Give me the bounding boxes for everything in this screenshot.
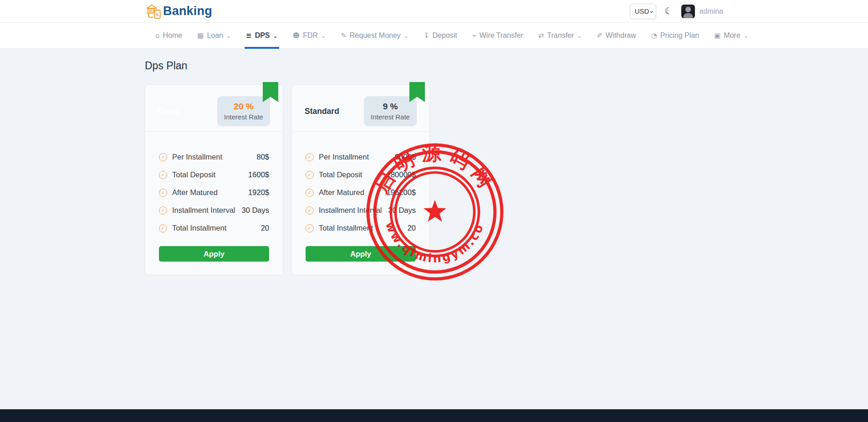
chevron-down-icon: ⌄ [577,33,582,39]
plan-feature-row: ✓ Per Installment 80$ [159,153,269,161]
nav-label: Request Money [350,31,401,40]
interest-rate-label: Interest Rate [224,113,263,121]
fdr-icon: ☻ [293,32,300,39]
interest-rate-badge: 20 % Interest Rate [217,96,270,126]
nav-item-home[interactable]: ⌂ Home [154,23,184,48]
feature-label: Per Installment [319,153,369,161]
feature-value: 80$ [256,153,269,161]
apply-button[interactable]: Apply [159,246,269,262]
avatar[interactable] [681,5,695,18]
chevron-down-icon: ⌄ [273,33,278,39]
nav-label: FDR [303,31,318,40]
main-nav: ⌂ Home ▦ Loan ⌄ ≡ DPS ⌄ ☻ FDR ⌄ ✎ Reques… [0,23,868,49]
nav-label: Transfer [547,31,574,40]
currency-value: USD [635,7,649,15]
main-content: Dps Plan Basic 20 % Interest Rate ✓ Per … [145,49,723,275]
chevron-down-icon: ⌄ [226,33,231,39]
dps-icon: ≡ [246,32,252,39]
feature-label: After Matured [319,188,364,197]
nav-label: Pricing Plan [660,31,699,40]
apply-button[interactable]: Apply [306,246,416,262]
withdraw-icon: ✐ [597,32,602,39]
check-circle-icon: ✓ [159,153,167,161]
plan-name: Basic [158,107,179,116]
loan-icon: ▦ [197,32,204,39]
plan-feature-row: ✓ Total Installment 20 [306,224,416,232]
footer-bar [0,409,868,422]
interest-rate-value: 9 % [383,102,398,112]
feature-label: Total Deposit [172,170,215,179]
nav-item-deposit[interactable]: ↧ Deposit [422,23,459,48]
check-circle-icon: ✓ [306,189,314,197]
interest-rate-value: 20 % [234,102,253,112]
top-header: $ Banking USD ⌄ ☾ admina [0,0,868,23]
check-circle-icon: ✓ [159,189,167,197]
plan-feature-row: ✓ Total Installment 20 [159,224,269,232]
user-menu[interactable]: admina [681,5,723,18]
feature-label: Total Installment [172,224,226,232]
nav-item-transfer[interactable]: ⇄ Transfer ⌄ [537,23,583,48]
feature-value: 20 [261,224,269,232]
nav-label: Loan [207,31,223,40]
feature-value: 20 [408,224,416,232]
plan-card-standard: Standard 9 % Interest Rate ✓ Per Install… [291,84,430,275]
feature-label: Total Deposit [319,170,362,179]
pricing-plan-icon: ◔ [651,32,657,39]
username: admina [700,7,723,15]
nav-item-loan[interactable]: ▦ Loan ⌄ [196,23,232,48]
plan-card-basic: Basic 20 % Interest Rate ✓ Per Installme… [145,84,283,275]
feature-value: 1600$ [248,170,269,179]
chevron-down-icon: ⌄ [321,33,326,39]
check-circle-icon: ✓ [306,153,314,161]
feature-value: 1920$ [248,188,269,197]
chevron-down-icon: ⌄ [744,33,748,39]
wire-transfer-icon: ⌁ [472,32,476,39]
nav-item-pricing-plan[interactable]: ◔ Pricing Plan [650,23,700,48]
check-circle-icon: ✓ [306,224,314,232]
check-circle-icon: ✓ [159,206,167,215]
check-circle-icon: ✓ [159,224,167,232]
nav-item-withdraw[interactable]: ✐ Withdraw [595,23,637,48]
feature-label: Installment Interval [172,206,235,215]
feature-label: After Matured [172,188,218,197]
nav-item-wire-transfer[interactable]: ⌁ Wire Transfer [471,23,525,48]
request-money-icon: ✎ [341,32,347,39]
bank-logo-icon: $ [145,3,162,20]
check-circle-icon: ✓ [159,171,167,179]
plan-feature-row: ✓ Installment Interval 30 Days [306,206,416,215]
interest-rate-badge: 9 % Interest Rate [364,96,417,126]
plan-feature-row: ✓ Installment Interval 30 Days [159,206,269,215]
nav-label: More [724,31,740,40]
nav-label: Home [163,31,183,40]
feature-value: 196200$ [387,188,416,197]
feature-value: 9000$ [395,153,416,161]
currency-select[interactable]: USD ⌄ [630,4,656,19]
plan-feature-row: ✓ After Matured 1920$ [159,188,269,197]
nav-item-more[interactable]: ▣ More ⌄ [713,23,750,48]
plan-name: Standard [305,107,339,116]
check-circle-icon: ✓ [306,206,314,215]
brand-logo[interactable]: $ Banking [145,3,212,20]
feature-value: 30 Days [241,206,269,215]
interest-rate-label: Interest Rate [371,113,410,121]
plan-feature-row: ✓ Total Deposit 1600$ [159,170,269,179]
nav-item-request-money[interactable]: ✎ Request Money ⌄ [339,23,410,48]
plan-feature-row: ✓ Total Deposit 180000$ [306,170,416,179]
nav-label: DPS [255,31,270,40]
more-icon: ▣ [714,32,720,39]
nav-item-fdr[interactable]: ☻ FDR ⌄ [291,23,327,48]
nav-item-dps[interactable]: ≡ DPS ⌄ [245,23,279,48]
chevron-down-icon: ⌄ [404,33,408,39]
chevron-down-icon: ⌄ [649,8,654,14]
home-icon: ⌂ [155,32,160,39]
dark-mode-toggle-moon-icon[interactable]: ☾ [664,6,673,16]
feature-label: Total Installment [319,224,373,232]
transfer-icon: ⇄ [538,32,544,39]
nav-label: Withdraw [606,31,636,40]
check-circle-icon: ✓ [306,171,314,179]
page-title: Dps Plan [145,60,723,72]
plan-feature-row: ✓ Per Installment 9000$ [306,153,416,161]
deposit-icon: ↧ [424,32,429,39]
brand-name: Banking [163,4,212,18]
feature-label: Installment Interval [319,206,382,215]
